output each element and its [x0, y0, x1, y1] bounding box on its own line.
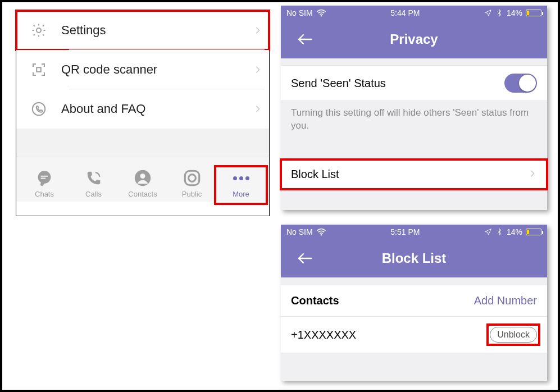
chevron-right-icon: [528, 168, 537, 181]
blocked-contact-row: +1XXXXXXX Unblock: [281, 317, 547, 353]
battery-text: 14%: [507, 8, 522, 17]
svg-point-2: [33, 103, 45, 116]
tab-more[interactable]: More: [217, 168, 265, 202]
settings-row[interactable]: Settings: [16, 11, 269, 50]
qr-label: QR code scanner: [61, 62, 247, 77]
about-label: About and FAQ: [61, 102, 247, 116]
chevron-right-icon: [247, 26, 269, 35]
location-icon: [484, 9, 492, 17]
nav-header: Privacy: [281, 20, 547, 58]
page-title: Block List: [382, 250, 447, 266]
seen-status-label: Send 'Seen' Status: [291, 77, 386, 90]
svg-point-7: [140, 174, 145, 179]
location-icon: [484, 228, 492, 236]
gear-icon: [16, 22, 61, 39]
battery-text: 14%: [507, 227, 522, 236]
wifi-icon: [316, 9, 326, 17]
tab-label: Calls: [85, 190, 102, 198]
seen-status-row[interactable]: Send 'Seen' Status: [281, 65, 547, 101]
seen-status-toggle[interactable]: [504, 74, 537, 93]
chevron-right-icon: [247, 65, 269, 74]
status-bar: No SIM 5:51 PM 14%: [281, 225, 547, 239]
tab-label: Chats: [35, 190, 54, 198]
svg-point-11: [320, 234, 321, 235]
phone-icon: [84, 168, 103, 188]
settings-label: Settings: [61, 23, 247, 38]
clock-text: 5:51 PM: [390, 227, 420, 236]
chevron-right-icon: [247, 104, 269, 113]
battery-icon: [526, 229, 541, 235]
qr-icon: [16, 61, 61, 78]
tab-contacts[interactable]: Contacts: [119, 168, 166, 202]
battery-icon: [526, 10, 541, 16]
blocklist-screen: No SIM 5:51 PM 14% Block List Contacts A…: [281, 225, 547, 381]
person-icon: [133, 168, 152, 188]
tab-calls[interactable]: Calls: [70, 168, 117, 202]
contacts-label: Contacts: [291, 294, 339, 307]
chat-icon: [35, 168, 54, 188]
add-number-button[interactable]: Add Number: [474, 294, 537, 307]
svg-rect-8: [185, 171, 199, 185]
page-title: Privacy: [390, 31, 438, 47]
status-bar: No SIM 5:44 PM 14%: [281, 6, 547, 20]
svg-rect-4: [41, 176, 48, 177]
about-faq-row[interactable]: About and FAQ: [16, 89, 269, 129]
block-list-label: Block List: [291, 168, 339, 181]
tab-label: Contacts: [128, 190, 157, 198]
seen-status-description: Turning this setting off will hide other…: [281, 101, 547, 143]
svg-rect-1: [37, 67, 41, 72]
svg-point-10: [320, 15, 321, 16]
svg-point-0: [37, 28, 41, 33]
wifi-icon: [316, 228, 326, 236]
bluetooth-icon: [495, 228, 503, 236]
tab-public[interactable]: Public: [169, 168, 216, 202]
bluetooth-icon: [495, 9, 503, 17]
bottom-tabbar: Chats Calls Contacts Public More: [16, 157, 269, 202]
tab-label: Public: [182, 190, 202, 198]
more-menu-panel: Settings QR code scanner About and FAQ C…: [16, 10, 270, 216]
tab-label: More: [233, 190, 249, 198]
blocked-number: +1XXXXXXX: [291, 329, 356, 341]
svg-rect-5: [41, 177, 46, 179]
carrier-text: No SIM: [286, 8, 313, 17]
privacy-screen: No SIM 5:44 PM 14% Privacy Send 'Seen' S…: [281, 6, 547, 210]
nav-header: Block List: [281, 239, 547, 277]
more-icon: [233, 168, 249, 188]
contacts-header: Contacts Add Number: [281, 285, 547, 317]
tab-chats[interactable]: Chats: [21, 168, 68, 202]
carrier-text: No SIM: [286, 227, 313, 236]
unblock-button[interactable]: Unblock: [490, 327, 537, 343]
public-icon: [183, 168, 202, 188]
block-list-row[interactable]: Block List: [281, 159, 547, 189]
svg-point-9: [188, 175, 195, 182]
viber-icon: [16, 101, 61, 117]
qr-scanner-row[interactable]: QR code scanner: [16, 50, 269, 89]
clock-text: 5:44 PM: [390, 8, 420, 17]
